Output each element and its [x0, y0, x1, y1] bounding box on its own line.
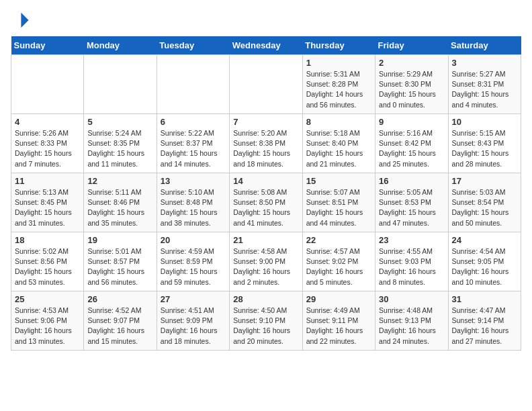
day-number: 22 [306, 235, 371, 245]
day-number: 16 [379, 176, 444, 186]
day-info: Sunrise: 5:01 AM Sunset: 8:57 PM Dayligh… [87, 246, 152, 287]
calendar-week-row: 11Sunrise: 5:13 AM Sunset: 8:45 PM Dayli… [11, 173, 521, 232]
day-info: Sunrise: 5:15 AM Sunset: 8:43 PM Dayligh… [452, 128, 517, 169]
calendar-day-cell: 10Sunrise: 5:15 AM Sunset: 8:43 PM Dayli… [448, 114, 521, 173]
day-number: 9 [379, 117, 444, 127]
calendar-day-cell: 12Sunrise: 5:11 AM Sunset: 8:46 PM Dayli… [84, 173, 157, 232]
calendar-day-cell: 8Sunrise: 5:18 AM Sunset: 8:40 PM Daylig… [302, 114, 375, 173]
day-number: 18 [15, 235, 80, 245]
day-info: Sunrise: 5:27 AM Sunset: 8:31 PM Dayligh… [452, 69, 517, 110]
calendar-day-cell: 24Sunrise: 4:54 AM Sunset: 9:05 PM Dayli… [448, 232, 521, 291]
calendar-day-cell: 31Sunrise: 4:47 AM Sunset: 9:14 PM Dayli… [448, 291, 521, 351]
day-number: 15 [306, 176, 371, 186]
calendar-day-cell [11, 55, 84, 114]
day-info: Sunrise: 5:16 AM Sunset: 8:42 PM Dayligh… [379, 128, 444, 169]
day-number: 13 [161, 176, 226, 186]
day-info: Sunrise: 5:22 AM Sunset: 8:37 PM Dayligh… [161, 128, 226, 169]
day-number: 28 [233, 294, 298, 304]
calendar-day-cell: 16Sunrise: 5:05 AM Sunset: 8:53 PM Dayli… [375, 173, 448, 232]
day-info: Sunrise: 5:05 AM Sunset: 8:53 PM Dayligh… [379, 187, 444, 228]
day-number: 3 [452, 58, 517, 68]
calendar-day-cell: 6Sunrise: 5:22 AM Sunset: 8:37 PM Daylig… [157, 114, 229, 173]
calendar-day-cell: 15Sunrise: 5:07 AM Sunset: 8:51 PM Dayli… [302, 173, 375, 232]
calendar-week-row: 18Sunrise: 5:02 AM Sunset: 8:56 PM Dayli… [11, 232, 521, 291]
day-number: 10 [452, 117, 517, 127]
day-number: 30 [379, 294, 444, 304]
day-number: 1 [306, 58, 371, 68]
calendar-day-cell: 4Sunrise: 5:26 AM Sunset: 8:33 PM Daylig… [11, 114, 84, 173]
day-info: Sunrise: 5:24 AM Sunset: 8:35 PM Dayligh… [87, 128, 152, 169]
day-number: 29 [306, 294, 371, 304]
day-info: Sunrise: 4:55 AM Sunset: 9:03 PM Dayligh… [379, 246, 444, 287]
calendar-day-cell: 20Sunrise: 4:59 AM Sunset: 8:59 PM Dayli… [157, 232, 229, 291]
calendar-day-cell: 23Sunrise: 4:55 AM Sunset: 9:03 PM Dayli… [375, 232, 448, 291]
day-info: Sunrise: 5:20 AM Sunset: 8:38 PM Dayligh… [233, 128, 298, 169]
day-info: Sunrise: 4:52 AM Sunset: 9:07 PM Dayligh… [87, 306, 152, 347]
calendar-day-cell: 30Sunrise: 4:48 AM Sunset: 9:13 PM Dayli… [375, 291, 448, 351]
calendar-day-cell [230, 55, 302, 114]
weekday-header: Saturday [448, 36, 521, 55]
weekday-header: Friday [375, 36, 448, 55]
calendar-day-cell: 9Sunrise: 5:16 AM Sunset: 8:42 PM Daylig… [375, 114, 448, 173]
calendar-day-cell: 17Sunrise: 5:03 AM Sunset: 8:54 PM Dayli… [448, 173, 521, 232]
calendar-week-row: 1Sunrise: 5:31 AM Sunset: 8:28 PM Daylig… [11, 55, 521, 114]
calendar-day-cell: 22Sunrise: 4:57 AM Sunset: 9:02 PM Dayli… [302, 232, 375, 291]
weekday-header: Wednesday [230, 36, 302, 55]
day-number: 26 [87, 294, 152, 304]
day-info: Sunrise: 4:59 AM Sunset: 8:59 PM Dayligh… [161, 246, 226, 287]
day-number: 27 [161, 294, 226, 304]
day-number: 2 [379, 58, 444, 68]
calendar-day-cell: 5Sunrise: 5:24 AM Sunset: 8:35 PM Daylig… [84, 114, 157, 173]
day-number: 6 [161, 117, 226, 127]
day-number: 8 [306, 117, 371, 127]
page-header [11, 11, 521, 30]
calendar-day-cell: 14Sunrise: 5:08 AM Sunset: 8:50 PM Dayli… [230, 173, 302, 232]
calendar-day-cell: 7Sunrise: 5:20 AM Sunset: 8:38 PM Daylig… [230, 114, 302, 173]
calendar-day-cell: 2Sunrise: 5:29 AM Sunset: 8:30 PM Daylig… [375, 55, 448, 114]
day-info: Sunrise: 5:26 AM Sunset: 8:33 PM Dayligh… [15, 128, 80, 169]
day-info: Sunrise: 4:50 AM Sunset: 9:10 PM Dayligh… [233, 306, 298, 347]
day-info: Sunrise: 4:49 AM Sunset: 9:11 PM Dayligh… [306, 306, 371, 347]
day-info: Sunrise: 5:11 AM Sunset: 8:46 PM Dayligh… [87, 187, 152, 228]
calendar-day-cell: 3Sunrise: 5:27 AM Sunset: 8:31 PM Daylig… [448, 55, 521, 114]
day-info: Sunrise: 5:31 AM Sunset: 8:28 PM Dayligh… [306, 69, 371, 110]
calendar-week-row: 4Sunrise: 5:26 AM Sunset: 8:33 PM Daylig… [11, 114, 521, 173]
calendar-day-cell: 1Sunrise: 5:31 AM Sunset: 8:28 PM Daylig… [302, 55, 375, 114]
day-info: Sunrise: 5:03 AM Sunset: 8:54 PM Dayligh… [452, 187, 517, 228]
logo-icon [11, 11, 30, 30]
svg-marker-0 [21, 13, 28, 28]
weekday-header: Thursday [302, 36, 375, 55]
weekday-header: Tuesday [157, 36, 229, 55]
day-info: Sunrise: 4:47 AM Sunset: 9:14 PM Dayligh… [452, 306, 517, 347]
day-number: 12 [87, 176, 152, 186]
calendar-day-cell: 19Sunrise: 5:01 AM Sunset: 8:57 PM Dayli… [84, 232, 157, 291]
calendar-day-cell: 11Sunrise: 5:13 AM Sunset: 8:45 PM Dayli… [11, 173, 84, 232]
day-number: 25 [15, 294, 80, 304]
calendar-day-cell: 26Sunrise: 4:52 AM Sunset: 9:07 PM Dayli… [84, 291, 157, 351]
day-info: Sunrise: 4:54 AM Sunset: 9:05 PM Dayligh… [452, 246, 517, 287]
day-info: Sunrise: 4:48 AM Sunset: 9:13 PM Dayligh… [379, 306, 444, 347]
calendar-day-cell: 25Sunrise: 4:53 AM Sunset: 9:06 PM Dayli… [11, 291, 84, 351]
calendar-table: SundayMondayTuesdayWednesdayThursdayFrid… [11, 36, 521, 351]
weekday-header-row: SundayMondayTuesdayWednesdayThursdayFrid… [11, 36, 521, 55]
day-info: Sunrise: 5:10 AM Sunset: 8:48 PM Dayligh… [161, 187, 226, 228]
day-number: 17 [452, 176, 517, 186]
calendar-day-cell: 29Sunrise: 4:49 AM Sunset: 9:11 PM Dayli… [302, 291, 375, 351]
calendar-week-row: 25Sunrise: 4:53 AM Sunset: 9:06 PM Dayli… [11, 291, 521, 351]
logo [11, 11, 32, 30]
day-info: Sunrise: 5:07 AM Sunset: 8:51 PM Dayligh… [306, 187, 371, 228]
day-info: Sunrise: 5:13 AM Sunset: 8:45 PM Dayligh… [15, 187, 80, 228]
day-info: Sunrise: 5:02 AM Sunset: 8:56 PM Dayligh… [15, 246, 80, 287]
day-info: Sunrise: 4:57 AM Sunset: 9:02 PM Dayligh… [306, 246, 371, 287]
day-number: 11 [15, 176, 80, 186]
calendar-day-cell [157, 55, 229, 114]
day-number: 4 [15, 117, 80, 127]
day-number: 24 [452, 235, 517, 245]
day-info: Sunrise: 5:18 AM Sunset: 8:40 PM Dayligh… [306, 128, 371, 169]
day-info: Sunrise: 4:58 AM Sunset: 9:00 PM Dayligh… [233, 246, 298, 287]
day-info: Sunrise: 4:51 AM Sunset: 9:09 PM Dayligh… [161, 306, 226, 347]
day-number: 7 [233, 117, 298, 127]
day-info: Sunrise: 4:53 AM Sunset: 9:06 PM Dayligh… [15, 306, 80, 347]
calendar-day-cell: 28Sunrise: 4:50 AM Sunset: 9:10 PM Dayli… [230, 291, 302, 351]
weekday-header: Sunday [11, 36, 84, 55]
